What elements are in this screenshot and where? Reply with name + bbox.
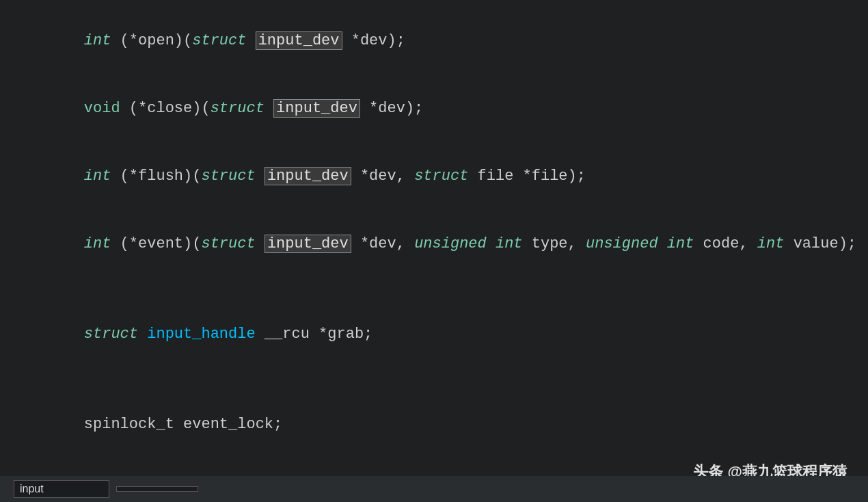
- keyword-int-3: int: [84, 168, 111, 185]
- code-line-3: int (*flush)(struct input_dev *dev, stru…: [48, 142, 868, 210]
- keyword-int-4: int: [84, 235, 111, 252]
- keyword-void: void: [84, 100, 120, 117]
- code-line-empty-2: [48, 368, 868, 391]
- keyword-struct: struct: [192, 32, 246, 49]
- highlight-input-dev-4: input_dev: [265, 235, 351, 253]
- type-input-handle: input_handle: [147, 326, 255, 343]
- keyword-int-4b: int: [667, 235, 694, 252]
- search-result: [116, 486, 198, 492]
- code-line-2: void (*close)(struct input_dev *dev);: [48, 75, 868, 142]
- keyword-struct-3b: struct: [414, 168, 468, 185]
- highlight-input-dev-3: input_dev: [265, 167, 351, 185]
- code-line-5: struct input_handle __rcu *grab;: [48, 300, 868, 368]
- code-line-empty-1: [48, 278, 868, 300]
- highlight-input-dev: input_dev: [256, 31, 342, 50]
- code-line-6: spinlock_t event_lock;: [48, 391, 868, 458]
- keyword-int-4a: int: [496, 235, 523, 252]
- keyword-struct-5: struct: [84, 326, 138, 343]
- keyword-struct-4: struct: [201, 235, 255, 252]
- code-editor: int (*open)(struct input_dev *dev); void…: [0, 0, 868, 502]
- keyword-unsigned-4a: unsigned: [414, 235, 487, 252]
- keyword-struct-3: struct: [201, 168, 255, 185]
- keyword-unsigned-4b: unsigned: [586, 235, 658, 252]
- highlight-input-dev-2: input_dev: [273, 99, 360, 118]
- keyword-int: int: [84, 32, 111, 49]
- search-bar: [0, 476, 868, 502]
- code-line-1: int (*open)(struct input_dev *dev);: [48, 7, 868, 75]
- code-line-4: int (*event)(struct input_dev *dev, unsi…: [48, 210, 868, 278]
- keyword-int-4c: int: [757, 235, 785, 252]
- search-input[interactable]: [14, 480, 109, 498]
- keyword-struct-2: struct: [211, 100, 265, 117]
